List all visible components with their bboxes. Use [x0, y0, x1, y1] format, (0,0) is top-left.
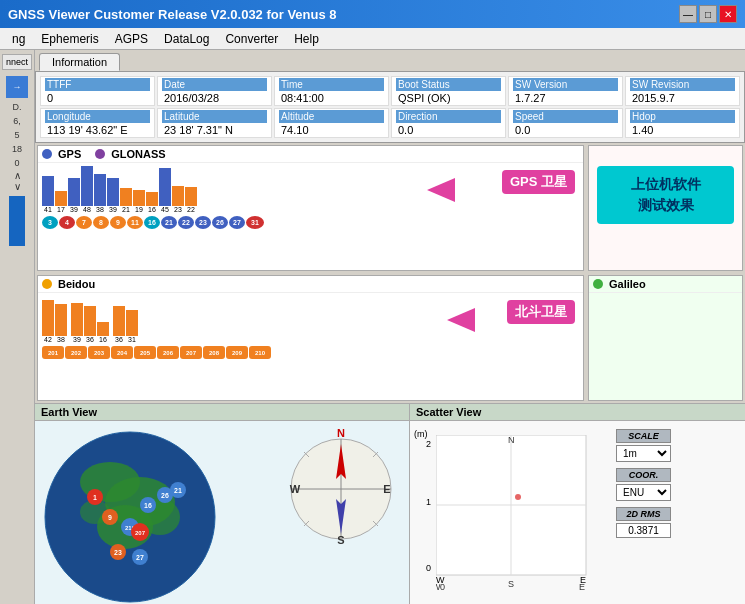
scatter-y-mid: 1 [426, 497, 431, 507]
menu-ng[interactable]: ng [4, 30, 33, 48]
sidebar-blue-bar [9, 196, 25, 246]
sidebar-label-5: 5 [14, 130, 19, 140]
bar-group: 42 [42, 300, 54, 343]
svg-text:27: 27 [136, 554, 144, 561]
bar-group: 16 [146, 192, 158, 213]
minimize-button[interactable]: — [679, 5, 697, 23]
sat-id: 4 [59, 216, 75, 229]
earth-view-title: Earth View [35, 404, 409, 421]
info-cell-speed: Speed0.0 [508, 108, 623, 138]
tab-bar: Information [35, 50, 745, 71]
gps-chart-header: GPS GLONASS [38, 146, 583, 163]
info-cell-longitude: Longitude113 19' 43.62" E [40, 108, 155, 138]
info-cell-sw-version: SW Version1.7.27 [508, 76, 623, 106]
title-bar: GNSS Viewer Customer Release V2.0.032 fo… [0, 0, 745, 28]
menu-agps[interactable]: AGPS [107, 30, 156, 48]
sat-id: 8 [93, 216, 109, 229]
sat-id: 31 [246, 216, 264, 229]
app-title: GNSS Viewer Customer Release V2.0.032 fo… [8, 7, 337, 22]
scatter-view-panel: Scatter View (m) 2 1 0 [410, 404, 745, 604]
menu-datalog[interactable]: DataLog [156, 30, 217, 48]
bar-group: 36 [84, 306, 96, 343]
sat-id: 11 [127, 216, 143, 229]
menu-ephemeris[interactable]: Ephemeris [33, 30, 106, 48]
sat-id: 205 [134, 346, 156, 359]
sat-id: 209 [226, 346, 248, 359]
sat-id: 27 [229, 216, 245, 229]
beidou-chart: Beidou 42 38 39 36 16 36 31 [37, 275, 584, 401]
menu-converter[interactable]: Converter [217, 30, 286, 48]
beidou-dot [42, 279, 52, 289]
beidou-arrow-label: 北斗卫星 [507, 300, 575, 324]
scatter-grid-svg: 0 W E N S [436, 435, 616, 595]
scale-label: SCALE [616, 429, 671, 443]
menu-bar: ng Ephemeris AGPS DataLog Converter Help [0, 28, 745, 50]
beidou-bars: 42 38 39 36 16 36 31 [38, 293, 583, 345]
bar-group: 45 [159, 168, 171, 213]
sidebar-chevron-down[interactable]: ∨ [14, 181, 21, 192]
info-cell-altitude: Altitude74.10 [274, 108, 389, 138]
svg-text:23: 23 [114, 549, 122, 556]
scatter-y-label: (m) [414, 429, 428, 439]
bar-group: 39 [68, 178, 80, 213]
scatter-controls: SCALE 1m 5m 10m COOR. ENU NED 2D [616, 429, 671, 600]
scatter-x-w: W [436, 575, 445, 585]
sat-id: 206 [157, 346, 179, 359]
coor-select[interactable]: ENU NED [616, 484, 671, 501]
beidou-header: Beidou [38, 276, 583, 293]
info-cell-latitude: Latitude23 18' 7.31" N [157, 108, 272, 138]
info-panel: TTFF0Date2016/03/28Time08:41:00Boot Stat… [35, 71, 745, 143]
scatter-y-max: 2 [426, 439, 431, 449]
scale-select[interactable]: 1m 5m 10m [616, 445, 671, 462]
gps-arrow-label: GPS 卫星 [502, 170, 575, 194]
beidou-arrow-shape [447, 308, 475, 332]
sat-id: 9 [110, 216, 126, 229]
bar-group: 48 [81, 166, 93, 213]
gps-arrow-shape [427, 178, 455, 202]
sat-id: 208 [203, 346, 225, 359]
info-cell-hdop: Hdop1.40 [625, 108, 740, 138]
bottom-panels: Earth View 1 9 [35, 403, 745, 604]
info-cell-time: Time08:41:00 [274, 76, 389, 106]
sat-id: 203 [88, 346, 110, 359]
info-cell-sw-revision: SW Revision2015.9.7 [625, 76, 740, 106]
sidebar-icon-arrow[interactable]: → [6, 76, 28, 98]
svg-text:1: 1 [93, 494, 97, 501]
bar-group: 39 [71, 303, 83, 343]
annotation-line2: 测试效果 [638, 197, 694, 213]
sat-id: 201 [42, 346, 64, 359]
sidebar-chevron-up[interactable]: ∧ [14, 170, 21, 181]
gps-dot [42, 149, 52, 159]
svg-text:21: 21 [174, 487, 182, 494]
bar-group: 23 [172, 186, 184, 213]
bar-group: 36 [113, 306, 125, 343]
sidebar-label-d: D. [13, 102, 22, 112]
menu-help[interactable]: Help [286, 30, 327, 48]
svg-text:26: 26 [161, 492, 169, 499]
bar-group: 17 [55, 191, 67, 213]
scatter-y-min: 0 [426, 563, 431, 573]
bar-group [68, 333, 70, 343]
maximize-button[interactable]: □ [699, 5, 717, 23]
coor-label: COOR. [616, 468, 671, 482]
info-cell-ttff: TTFF0 [40, 76, 155, 106]
close-button[interactable]: ✕ [719, 5, 737, 23]
gps-label: GPS [58, 148, 81, 160]
bar-group: 39 [107, 178, 119, 213]
connect-button[interactable]: nnect [2, 54, 32, 70]
bar-group: 31 [126, 310, 138, 343]
galileo-header: Galileo [589, 276, 742, 293]
sat-id: 16 [144, 216, 160, 229]
beidou-sat-ids: 201 202 203 204 205 206 207 208 209 210 [38, 345, 583, 360]
sidebar: nnect → D. 6, 5 18 0 ∧ ∨ [0, 50, 35, 604]
compass-svg: N S E W [284, 424, 399, 554]
earth-view-panel: Earth View 1 9 [35, 404, 410, 604]
bar-group: 22 [185, 187, 197, 213]
sat-id: 204 [111, 346, 133, 359]
svg-text:W: W [290, 483, 301, 495]
galileo-dot [593, 279, 603, 289]
svg-text:9: 9 [108, 514, 112, 521]
scatter-content: (m) 2 1 0 0 [410, 421, 745, 604]
tab-information[interactable]: Information [39, 53, 120, 71]
sat-id: 202 [65, 346, 87, 359]
